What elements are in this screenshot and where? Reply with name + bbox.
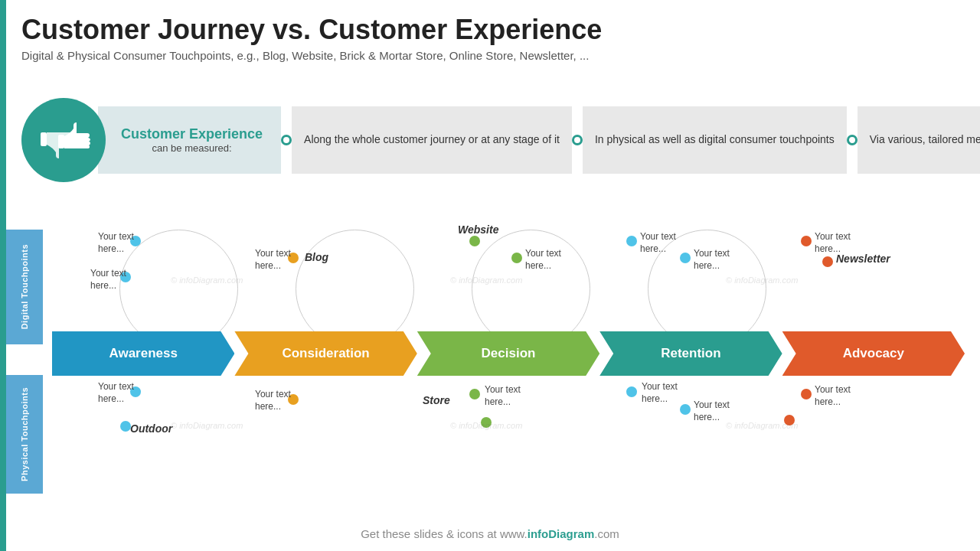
- tp-label-d8: Your texthere...: [815, 231, 851, 255]
- tp-label-p6: Your texthere...: [642, 381, 678, 405]
- watermark-1: © infoDiagram.com: [171, 276, 243, 285]
- tp-label-p7: Your texthere...: [694, 399, 730, 423]
- arrow-advocacy: Advocacy: [782, 331, 965, 376]
- thumbs-icon: [37, 119, 90, 161]
- watermark-6: © infoDiagram.com: [726, 421, 798, 430]
- connector-3: [847, 135, 858, 145]
- watermark-2: © infoDiagram.com: [450, 276, 522, 285]
- sidebar-digital-text: Digital Touchpoints: [20, 244, 29, 329]
- tp-dot-p4: [469, 389, 480, 399]
- tp-dot-d3: [288, 253, 299, 263]
- tp-label-d7: Your texthere...: [694, 248, 730, 272]
- cx-label-box: Customer Experience can be measured:: [98, 106, 281, 174]
- tp-label-d1: Your texthere...: [98, 231, 134, 255]
- left-accent-bar: [0, 0, 6, 551]
- tp-label-p3: Your texthere...: [255, 389, 291, 412]
- tp-dot-p9: [784, 415, 795, 425]
- watermark-5: © infoDiagram.com: [450, 421, 522, 430]
- sidebar-physical-label: Physical Touchpoints: [6, 375, 43, 494]
- footer-text-post: .com: [594, 527, 619, 540]
- tp-dot-d9: [822, 256, 833, 267]
- arrow-row: Awareness Consideration Decision Retenti…: [52, 331, 965, 376]
- arrow-retention: Retention: [599, 331, 782, 376]
- tp-label-d2: Your texthere...: [90, 268, 126, 292]
- tp-label-p4: Your texthere...: [485, 384, 521, 408]
- tp-dot-d1: [130, 236, 141, 246]
- tp-dot-p7: [680, 404, 691, 415]
- tp-dot-d8: [801, 236, 812, 246]
- cx-label-title: Customer Experience: [121, 126, 263, 142]
- page-subtitle: Digital & Physical Consumer Touchpoints,…: [21, 49, 602, 62]
- tp-dot-d7: [680, 253, 691, 263]
- svg-rect-1: [58, 135, 64, 148]
- tp-label-outdoor: Outdoor: [130, 422, 172, 435]
- tp-label-d5: Your texthere...: [525, 248, 561, 272]
- journey-circle-3: [472, 230, 590, 348]
- cx-section: Customer Experience can be measured: Alo…: [21, 98, 965, 182]
- cx-icon-circle: [21, 98, 106, 182]
- tp-dot-p8: [801, 389, 812, 399]
- tp-dot-d5: [511, 253, 522, 263]
- svg-rect-0: [41, 132, 47, 146]
- tp-dot-d4: [469, 236, 480, 246]
- tp-dot-d2: [120, 272, 131, 282]
- conn-dot-3: [847, 135, 858, 145]
- tp-label-blog: Blog: [305, 251, 328, 263]
- cx-point-3: Via various, tailored methodologies: [858, 106, 980, 174]
- tp-label-d3: Your texthere...: [255, 248, 291, 272]
- tp-label-p1: Your texthere...: [98, 381, 134, 405]
- tp-dot-p2: [120, 421, 131, 432]
- tp-dot-p5: [481, 417, 492, 428]
- tp-dot-p1: [130, 386, 141, 397]
- cx-label-subtitle: can be measured:: [121, 142, 263, 154]
- watermark-4: © infoDiagram.com: [171, 421, 243, 430]
- tp-dot-p3: [288, 394, 299, 405]
- cx-point-1: Along the whole customer journey or at a…: [292, 106, 572, 174]
- tp-dot-d6: [626, 236, 637, 246]
- tp-label-p8: Your texthere...: [815, 384, 851, 408]
- footer: Get these slides & icons at www.infoDiag…: [0, 527, 980, 540]
- page-title: Customer Journey vs. Customer Experience: [21, 14, 602, 46]
- connector-2: [572, 135, 583, 145]
- arrow-decision: Decision: [417, 331, 599, 376]
- sidebar-physical-text: Physical Touchpoints: [20, 387, 29, 481]
- footer-brand: infoDiagram: [528, 527, 595, 540]
- conn-dot-1: [281, 135, 292, 145]
- tp-dot-p6: [626, 386, 637, 397]
- conn-dot-2: [572, 135, 583, 145]
- watermark-3: © infoDiagram.com: [726, 276, 798, 285]
- tp-label-store: Store: [423, 394, 450, 406]
- tp-label-newsletter: Newsletter: [836, 253, 890, 265]
- connector-1: [281, 135, 292, 145]
- tp-label-d6: Your texthere...: [640, 231, 676, 255]
- header: Customer Journey vs. Customer Experience…: [21, 14, 602, 62]
- journey-circle-4: [648, 230, 766, 348]
- sidebar-digital-label: Digital Touchpoints: [6, 230, 43, 344]
- tp-label-website: Website: [458, 223, 498, 236]
- journey-circle-2: [296, 230, 414, 348]
- arrow-consideration: Consideration: [234, 331, 416, 376]
- arrow-awareness: Awareness: [52, 331, 234, 376]
- journey-circle-1: [119, 230, 238, 348]
- footer-text-pre: Get these slides & icons at www.: [361, 527, 528, 540]
- cx-point-2: In physical as well as digital consumer …: [583, 106, 847, 174]
